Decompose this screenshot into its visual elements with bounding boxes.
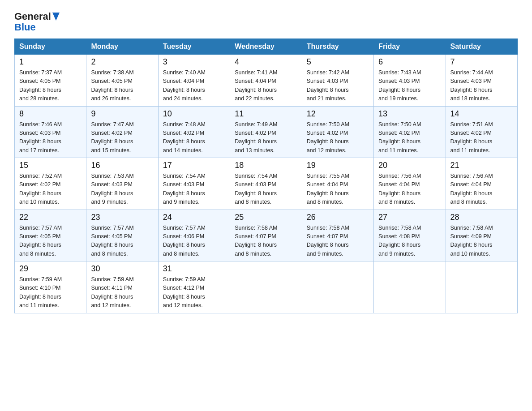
page-header: General Blue <box>14 11 518 33</box>
day-info: Sunrise: 7:59 AMSunset: 4:10 PMDaylight:… <box>19 275 82 310</box>
day-info: Sunrise: 7:57 AMSunset: 4:05 PMDaylight:… <box>19 224 82 259</box>
weekday-header-row: SundayMondayTuesdayWednesdayThursdayFrid… <box>15 39 518 55</box>
calendar-week-row: 15Sunrise: 7:52 AMSunset: 4:02 PMDayligh… <box>15 158 518 210</box>
calendar-cell: 16Sunrise: 7:53 AMSunset: 4:03 PMDayligh… <box>86 158 158 210</box>
day-info: Sunrise: 7:51 AMSunset: 4:02 PMDaylight:… <box>450 120 513 155</box>
day-number: 4 <box>235 57 297 67</box>
day-info: Sunrise: 7:49 AMSunset: 4:02 PMDaylight:… <box>235 120 297 155</box>
logo: General Blue <box>14 11 60 33</box>
day-info: Sunrise: 7:59 AMSunset: 4:11 PMDaylight:… <box>91 275 153 310</box>
calendar-cell: 23Sunrise: 7:57 AMSunset: 4:05 PMDayligh… <box>86 210 158 261</box>
logo-general-text: General <box>14 11 51 22</box>
day-number: 21 <box>450 161 513 170</box>
calendar-cell: 17Sunrise: 7:54 AMSunset: 4:03 PMDayligh… <box>158 158 230 210</box>
calendar-cell: 26Sunrise: 7:58 AMSunset: 4:07 PMDayligh… <box>302 210 373 261</box>
calendar-cell <box>302 261 373 313</box>
day-number: 5 <box>307 57 369 67</box>
day-number: 22 <box>19 213 82 222</box>
day-number: 6 <box>378 57 441 67</box>
weekday-header-saturday: Saturday <box>446 39 517 55</box>
day-info: Sunrise: 7:46 AMSunset: 4:03 PMDaylight:… <box>19 120 82 155</box>
calendar-cell: 11Sunrise: 7:49 AMSunset: 4:02 PMDayligh… <box>230 106 302 158</box>
calendar-cell: 7Sunrise: 7:44 AMSunset: 4:03 PMDaylight… <box>446 55 517 107</box>
calendar-cell: 5Sunrise: 7:42 AMSunset: 4:03 PMDaylight… <box>302 55 373 107</box>
day-info: Sunrise: 7:40 AMSunset: 4:04 PMDaylight:… <box>163 68 225 103</box>
weekday-header-monday: Monday <box>86 39 158 55</box>
day-number: 27 <box>378 213 441 222</box>
calendar-table: SundayMondayTuesdayWednesdayThursdayFrid… <box>14 39 518 313</box>
day-info: Sunrise: 7:58 AMSunset: 4:08 PMDaylight:… <box>378 224 441 259</box>
day-info: Sunrise: 7:44 AMSunset: 4:03 PMDaylight:… <box>450 68 513 103</box>
day-number: 31 <box>163 264 225 274</box>
day-info: Sunrise: 7:59 AMSunset: 4:12 PMDaylight:… <box>163 275 225 310</box>
calendar-cell: 28Sunrise: 7:58 AMSunset: 4:09 PMDayligh… <box>446 210 517 261</box>
day-info: Sunrise: 7:53 AMSunset: 4:03 PMDaylight:… <box>91 172 153 207</box>
day-number: 23 <box>91 213 153 222</box>
day-number: 8 <box>19 109 82 119</box>
calendar-week-row: 1Sunrise: 7:37 AMSunset: 4:05 PMDaylight… <box>15 55 518 107</box>
calendar-body: 1Sunrise: 7:37 AMSunset: 4:05 PMDaylight… <box>15 55 518 313</box>
day-number: 17 <box>163 161 225 170</box>
weekday-header-friday: Friday <box>374 39 446 55</box>
calendar-week-row: 22Sunrise: 7:57 AMSunset: 4:05 PMDayligh… <box>15 210 518 261</box>
day-info: Sunrise: 7:54 AMSunset: 4:03 PMDaylight:… <box>235 172 297 207</box>
calendar-week-row: 29Sunrise: 7:59 AMSunset: 4:10 PMDayligh… <box>15 261 518 313</box>
day-number: 26 <box>307 213 369 222</box>
logo-blue-text: Blue <box>14 21 36 33</box>
calendar-week-row: 8Sunrise: 7:46 AMSunset: 4:03 PMDaylight… <box>15 106 518 158</box>
day-number: 15 <box>19 161 82 170</box>
day-number: 30 <box>91 264 153 274</box>
day-info: Sunrise: 7:42 AMSunset: 4:03 PMDaylight:… <box>307 68 369 103</box>
calendar-cell: 3Sunrise: 7:40 AMSunset: 4:04 PMDaylight… <box>158 55 230 107</box>
day-info: Sunrise: 7:55 AMSunset: 4:04 PMDaylight:… <box>307 172 369 207</box>
calendar-cell: 31Sunrise: 7:59 AMSunset: 4:12 PMDayligh… <box>158 261 230 313</box>
calendar-cell <box>230 261 302 313</box>
day-info: Sunrise: 7:41 AMSunset: 4:04 PMDaylight:… <box>235 68 297 103</box>
day-info: Sunrise: 7:50 AMSunset: 4:02 PMDaylight:… <box>378 120 441 155</box>
weekday-header-tuesday: Tuesday <box>158 39 230 55</box>
day-info: Sunrise: 7:57 AMSunset: 4:06 PMDaylight:… <box>163 224 225 259</box>
day-info: Sunrise: 7:57 AMSunset: 4:05 PMDaylight:… <box>91 224 153 259</box>
day-number: 29 <box>19 264 82 274</box>
day-info: Sunrise: 7:47 AMSunset: 4:02 PMDaylight:… <box>91 120 153 155</box>
calendar-cell <box>446 261 517 313</box>
day-number: 19 <box>307 161 369 170</box>
day-info: Sunrise: 7:50 AMSunset: 4:02 PMDaylight:… <box>307 120 369 155</box>
day-number: 10 <box>163 109 225 119</box>
day-info: Sunrise: 7:58 AMSunset: 4:07 PMDaylight:… <box>307 224 369 259</box>
day-number: 2 <box>91 57 153 67</box>
day-number: 3 <box>163 57 225 67</box>
day-number: 14 <box>450 109 513 119</box>
calendar-cell: 10Sunrise: 7:48 AMSunset: 4:02 PMDayligh… <box>158 106 230 158</box>
day-number: 13 <box>378 109 441 119</box>
calendar-cell: 12Sunrise: 7:50 AMSunset: 4:02 PMDayligh… <box>302 106 373 158</box>
calendar-cell: 14Sunrise: 7:51 AMSunset: 4:02 PMDayligh… <box>446 106 517 158</box>
day-info: Sunrise: 7:58 AMSunset: 4:09 PMDaylight:… <box>450 224 513 259</box>
calendar-cell: 25Sunrise: 7:58 AMSunset: 4:07 PMDayligh… <box>230 210 302 261</box>
day-info: Sunrise: 7:48 AMSunset: 4:02 PMDaylight:… <box>163 120 225 155</box>
calendar-cell: 29Sunrise: 7:59 AMSunset: 4:10 PMDayligh… <box>15 261 86 313</box>
day-number: 28 <box>450 213 513 222</box>
calendar-cell: 19Sunrise: 7:55 AMSunset: 4:04 PMDayligh… <box>302 158 373 210</box>
calendar-cell: 18Sunrise: 7:54 AMSunset: 4:03 PMDayligh… <box>230 158 302 210</box>
day-info: Sunrise: 7:56 AMSunset: 4:04 PMDaylight:… <box>378 172 441 207</box>
day-info: Sunrise: 7:54 AMSunset: 4:03 PMDaylight:… <box>163 172 225 207</box>
day-number: 1 <box>19 57 82 67</box>
calendar-cell <box>374 261 446 313</box>
calendar-cell: 6Sunrise: 7:43 AMSunset: 4:03 PMDaylight… <box>374 55 446 107</box>
day-number: 20 <box>378 161 441 170</box>
day-info: Sunrise: 7:38 AMSunset: 4:05 PMDaylight:… <box>91 68 153 103</box>
weekday-header-thursday: Thursday <box>302 39 373 55</box>
calendar-cell: 24Sunrise: 7:57 AMSunset: 4:06 PMDayligh… <box>158 210 230 261</box>
day-number: 11 <box>235 109 297 119</box>
calendar-cell: 13Sunrise: 7:50 AMSunset: 4:02 PMDayligh… <box>374 106 446 158</box>
weekday-header-sunday: Sunday <box>15 39 86 55</box>
svg-marker-0 <box>52 13 60 21</box>
day-number: 16 <box>91 161 153 170</box>
calendar-cell: 4Sunrise: 7:41 AMSunset: 4:04 PMDaylight… <box>230 55 302 107</box>
day-number: 7 <box>450 57 513 67</box>
day-info: Sunrise: 7:52 AMSunset: 4:02 PMDaylight:… <box>19 172 82 207</box>
calendar-cell: 15Sunrise: 7:52 AMSunset: 4:02 PMDayligh… <box>15 158 86 210</box>
calendar-cell: 1Sunrise: 7:37 AMSunset: 4:05 PMDaylight… <box>15 55 86 107</box>
calendar-cell: 20Sunrise: 7:56 AMSunset: 4:04 PMDayligh… <box>374 158 446 210</box>
